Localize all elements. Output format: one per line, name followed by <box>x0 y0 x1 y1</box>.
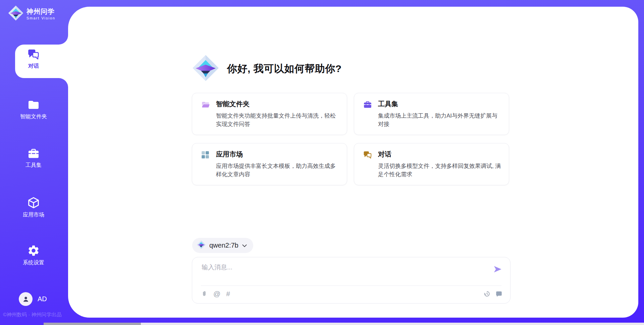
sidebar-item-toolset[interactable]: 工具集 <box>10 147 57 169</box>
toolbar-right-group <box>483 290 503 298</box>
card-title: 应用市场 <box>216 150 339 159</box>
sidebar-item-app-market[interactable]: 应用市场 <box>10 196 57 218</box>
composer-toolbar: @ # <box>201 290 503 298</box>
paperclip-icon <box>201 290 208 298</box>
card-description: 集成市场上主流工具，助力AI与外界无缝扩展与对接 <box>378 112 501 128</box>
topic-button[interactable]: # <box>226 290 230 298</box>
tab-corner-top <box>59 35 68 45</box>
history-icon <box>483 290 491 298</box>
card-description: 应用市场提供丰富长文本模板，助力高效生成多样化文章内容 <box>216 162 339 179</box>
app-subtitle: Smart Vision <box>26 16 55 20</box>
model-name: qwen2:7b <box>209 242 238 249</box>
model-selector[interactable]: qwen2:7b <box>192 238 253 253</box>
model-logo-icon <box>197 240 206 251</box>
chat-icon <box>27 48 40 60</box>
mention-button[interactable]: @ <box>213 290 220 298</box>
gear-icon <box>27 244 40 257</box>
message-composer: @ # <box>192 257 511 304</box>
feature-cards: 智能文件夹 智能文件夹功能支持批量文件上传与清洗，轻松实现文件问答 工具集 集成… <box>192 93 509 185</box>
cube-icon <box>27 196 40 209</box>
horizontal-scrollbar[interactable] <box>44 323 644 325</box>
card-smart-folder[interactable]: 智能文件夹 智能文件夹功能支持批量文件上传与清洗，轻松实现文件问答 <box>192 93 347 135</box>
greeting-block: 你好, 我可以如何帮助你? <box>192 55 342 83</box>
chevron-down-icon <box>242 243 247 249</box>
card-description: 智能文件夹功能支持批量文件上传与清洗，轻松实现文件问答 <box>216 112 339 128</box>
card-title: 工具集 <box>378 100 501 109</box>
grid-icon <box>201 150 210 185</box>
card-toolset[interactable]: 工具集 集成市场上主流工具，助力AI与外界无缝扩展与对接 <box>354 93 509 135</box>
sidebar-item-label: 智能文件夹 <box>20 113 47 120</box>
hash-icon: # <box>226 290 230 298</box>
briefcase-icon <box>27 147 40 159</box>
greeting-title: 你好, 我可以如何帮助你? <box>227 62 342 76</box>
card-title: 智能文件夹 <box>216 100 339 109</box>
sidebar-item-smart-folder[interactable]: 智能文件夹 <box>10 99 57 120</box>
chat-icon <box>363 150 372 185</box>
attach-button[interactable] <box>201 290 208 298</box>
sidebar-item-label: 应用市场 <box>23 211 44 218</box>
send-button[interactable] <box>493 265 502 274</box>
card-description: 灵活切换多模型文件，支持多样回复效果调试, 满足个性化需求 <box>378 162 501 179</box>
composer-divider <box>201 285 501 286</box>
scrollbar-thumb[interactable] <box>44 323 141 325</box>
brand-diamond-icon <box>8 5 23 22</box>
app-logo: 神州问学 Smart Vision <box>8 5 55 22</box>
at-icon: @ <box>213 290 220 298</box>
folder-open-icon <box>201 100 210 135</box>
sidebar-item-label: 对话 <box>28 63 39 70</box>
card-app-market[interactable]: 应用市场 应用市场提供丰富长文本模板，助力高效生成多样化文章内容 <box>192 143 347 185</box>
card-title: 对话 <box>378 150 501 159</box>
message-square-icon <box>495 290 503 298</box>
card-chat[interactable]: 对话 灵活切换多模型文件，支持多样回复效果调试, 满足个性化需求 <box>354 143 509 185</box>
briefcase-icon <box>363 100 372 135</box>
send-icon <box>493 265 502 274</box>
folder-icon <box>27 99 40 111</box>
app-window: 神州问学 Smart Vision 对话 <box>0 0 644 325</box>
avatar <box>19 292 33 306</box>
tab-corner-bottom <box>59 78 68 87</box>
sidebar-item-settings[interactable]: 系统设置 <box>10 244 57 266</box>
brand-diamond-icon <box>192 55 219 83</box>
feedback-button[interactable] <box>495 290 503 298</box>
user-name: AD <box>38 295 47 303</box>
user-profile[interactable]: AD <box>19 292 47 306</box>
app-name: 神州问学 <box>26 8 55 15</box>
sidebar-item-label: 系统设置 <box>23 259 44 266</box>
copyright-text: ©神州数码 · 神州问学出品 <box>3 312 61 318</box>
sidebar-item-label: 工具集 <box>25 162 42 169</box>
message-input[interactable] <box>202 263 486 282</box>
sidebar: 神州问学 Smart Vision 对话 <box>0 0 68 325</box>
sidebar-item-chat[interactable]: 对话 <box>10 48 57 70</box>
history-button[interactable] <box>483 290 491 298</box>
